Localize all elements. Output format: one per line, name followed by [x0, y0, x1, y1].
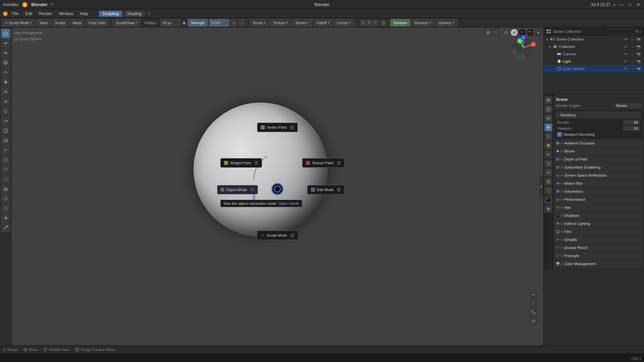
tool-sculpt-draw[interactable] [1, 29, 10, 38]
prop-tab-constraints[interactable] [544, 178, 552, 186]
collection-visibility-icon[interactable]: 👁 [623, 44, 629, 49]
tool-pinch[interactable] [1, 97, 10, 106]
options-btn[interactable]: Options▾ [436, 19, 458, 26]
axis-x-btn[interactable]: X [360, 20, 366, 26]
camera-select-icon[interactable]: ↔ [630, 51, 635, 57]
select-icon[interactable]: ↔ [630, 37, 635, 42]
performance-header[interactable]: ▸ Performance [554, 196, 643, 203]
render-engine-value[interactable]: Eevee [614, 103, 641, 108]
ssr-header[interactable]: ▸ Screen Space Reflections [554, 172, 643, 179]
view-btn[interactable]: View [37, 19, 51, 26]
win-minimize[interactable]: — [618, 2, 625, 7]
pie-object-mode[interactable]: Object Mode 4 [217, 185, 258, 194]
pie-weight-paint[interactable]: Weight Paint 7 [220, 158, 262, 168]
mesh-visibility-icon[interactable]: 👁 [623, 66, 629, 71]
mode-selector[interactable]: ⊙ Sculpt Mode ▾ [2, 19, 35, 26]
bloom-header[interactable]: ▸ Bloom [554, 147, 643, 155]
tool-boundary[interactable] [1, 126, 10, 135]
light-select-icon[interactable]: ↔ [630, 59, 635, 64]
mesh-render-icon[interactable]: 📷 [636, 66, 641, 71]
pie-vertex-paint[interactable]: Vertex Paint 8 [257, 123, 298, 132]
prop-tab-view[interactable] [544, 114, 552, 122]
denoising-checkbox[interactable]: ✓ [557, 132, 562, 137]
add-tab-button[interactable]: + [146, 11, 152, 17]
menu-window[interactable]: Window [56, 11, 76, 17]
tool-cloth[interactable] [1, 136, 10, 145]
tool-transform[interactable] [1, 214, 10, 223]
blender-logo-icon[interactable]: B [22, 2, 28, 8]
axis-y-btn[interactable]: Y [366, 20, 372, 26]
pie-edit-mode[interactable]: Edit Mode 6 [307, 185, 344, 194]
strength-minus-btn[interactable]: - [239, 19, 246, 26]
tool-box-face-set[interactable] [1, 194, 10, 203]
prop-tab-data[interactable] [544, 187, 552, 195]
tool-lasso-face-set[interactable] [1, 204, 10, 213]
viewport-samples-value[interactable]: 16 [623, 126, 640, 131]
ambient-occlusion-header[interactable]: ▸ Ambient Occlusion [554, 139, 643, 147]
strength-plus-btn[interactable]: + [230, 19, 237, 26]
freestyle-header[interactable]: ▸ Freestyle [554, 252, 643, 259]
cursor-btn[interactable]: Cursor▾ [334, 19, 354, 26]
tool-box-mask[interactable] [1, 165, 10, 174]
overlay-toggle-btn[interactable] [492, 29, 500, 36]
activities-label[interactable]: Activities [3, 2, 18, 7]
outliner-camera[interactable]: ▸ Camera 👁 ↔ 📷 [544, 50, 644, 58]
camera-view-btn[interactable] [529, 317, 537, 325]
prop-tab-object[interactable] [544, 141, 552, 149]
shadows-header[interactable]: ▸ Shadows [554, 212, 643, 219]
remesh-btn[interactable]: Remesh▾ [412, 19, 434, 26]
radius-lock-btn[interactable] [182, 19, 186, 26]
face-sets-btn[interactable]: Face Sets [86, 19, 109, 26]
tool-rotate[interactable] [1, 107, 10, 116]
prop-tab-particles[interactable] [544, 160, 552, 168]
menu-edit[interactable]: Edit [22, 11, 35, 17]
visibility-icon[interactable]: 👁 [623, 37, 629, 42]
outliner-scene-collection[interactable]: ▾ Scene Collection 👁 ↔ 📷 [544, 36, 644, 43]
volumetrics-header[interactable]: ▸ Volumetrics [554, 188, 643, 195]
viewport[interactable]: ▾ User Perspective (1) Quad Sphere X Y [11, 27, 543, 345]
tool-smooth[interactable] [1, 39, 10, 48]
zoom-fit-btn[interactable] [529, 308, 537, 316]
app-dropdown-icon[interactable]: ▾ [51, 2, 53, 7]
menu-file[interactable]: File [9, 11, 21, 17]
prop-tab-render[interactable] [544, 96, 552, 104]
outliner-light[interactable]: ▸ Light 👁 ↔ 📷 [544, 58, 644, 65]
tool-flatten[interactable] [1, 48, 10, 58]
prop-tab-material[interactable] [544, 196, 552, 204]
shading-wireframe-btn[interactable] [502, 29, 510, 36]
tool-snake-hook[interactable] [1, 68, 10, 77]
tab-sculpting[interactable]: Sculpting [99, 11, 122, 17]
mesh-select-icon[interactable]: ↔ [630, 66, 635, 71]
axis-z-btn[interactable]: Z [373, 20, 379, 26]
prop-tab-world[interactable] [544, 132, 552, 140]
axis-lock-icon[interactable] [381, 20, 386, 25]
zoom-out-btn[interactable]: − [529, 300, 537, 308]
win-maximize[interactable]: □ [628, 2, 633, 7]
prop-tab-scene[interactable] [544, 123, 552, 131]
tool-inflate[interactable] [1, 77, 10, 87]
outliner-sort-icon[interactable]: ↕ [640, 29, 642, 34]
tool-face-set[interactable] [1, 184, 10, 194]
tool-crease[interactable] [1, 87, 10, 97]
strength-input[interactable] [209, 19, 229, 26]
camera-visibility-icon[interactable]: 👁 [623, 51, 629, 57]
dyntopo-btn[interactable]: Dyntopo [390, 19, 410, 26]
tool-simplify[interactable] [1, 145, 10, 155]
prop-tab-modifier[interactable] [544, 150, 552, 159]
indirect-lighting-header[interactable]: ▸ Indirect Lighting [554, 220, 643, 227]
mask-btn[interactable]: Mask [69, 19, 84, 26]
motion-blur-header[interactable]: ▸ Motion Blur [554, 180, 643, 187]
zoom-in-btn[interactable]: + [529, 291, 537, 299]
outliner-quad-sphere[interactable]: ▸ Quad Sphere 👁 ↔ 📷 [544, 65, 644, 72]
light-render-icon[interactable]: 📷 [636, 59, 641, 64]
tool-grab[interactable] [1, 58, 10, 67]
menu-render[interactable]: Render [36, 11, 55, 17]
outliner-filter-icon[interactable]: ⊞ [636, 29, 639, 34]
pie-texture-paint[interactable]: Texture Paint 9 [302, 158, 344, 168]
outliner-collection[interactable]: ▾ Collection 👁 ↔ 📷 [544, 43, 644, 50]
sampling-header[interactable]: ▾ Sampling [556, 111, 641, 119]
hair-header[interactable]: ▸ Hair [554, 204, 643, 211]
menu-help[interactable]: Help [77, 11, 91, 17]
tool-slide-relax[interactable] [1, 116, 10, 126]
outliner-search[interactable] [608, 29, 635, 34]
